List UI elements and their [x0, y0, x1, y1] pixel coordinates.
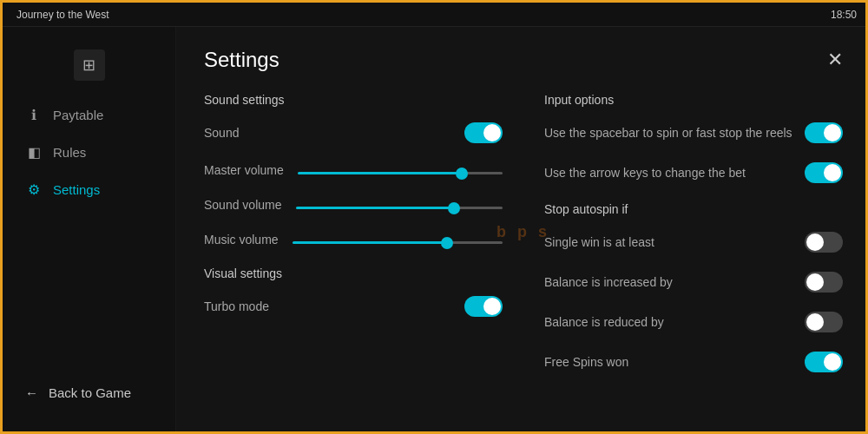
balance-increase-toggle-slider — [805, 272, 843, 293]
spacebar-row: Use the spacebar to spin or fast stop th… — [544, 122, 843, 143]
settings-title: Settings — [204, 48, 279, 72]
single-win-toggle[interactable] — [805, 232, 843, 253]
turbo-mode-label: Turbo mode — [204, 299, 269, 313]
music-volume-label: Music volume — [204, 233, 279, 247]
free-spins-toggle-slider — [805, 352, 843, 372]
master-volume-row: Master volume — [204, 162, 503, 178]
single-win-row: Single win is at least — [544, 232, 843, 253]
sidebar-item-settings[interactable]: ⚙ Settings — [13, 173, 165, 207]
arrow-keys-row: Use the arrow keys to change the bet — [544, 162, 843, 183]
sound-section-title: Sound settings — [204, 93, 503, 107]
sound-volume-container — [296, 197, 503, 213]
music-volume-container — [293, 232, 503, 247]
settings-header: Settings ✕ — [204, 48, 843, 72]
free-spins-row: Free Spins won — [544, 352, 843, 372]
balance-reduce-toggle[interactable] — [805, 312, 843, 332]
sound-toggle-slider — [464, 122, 503, 143]
spacebar-label: Use the spacebar to spin or fast stop th… — [544, 126, 805, 140]
visual-section-title: Visual settings — [204, 266, 503, 280]
sidebar-label-settings: Settings — [53, 182, 100, 197]
app-container: Journey to the West 18:50 ⊞ ℹ Paytable ◧… — [3, 3, 868, 434]
top-bar-time: 18:50 — [831, 9, 857, 21]
left-column: Sound settings Sound Master volume — [204, 93, 503, 391]
turbo-mode-toggle[interactable] — [464, 296, 503, 317]
balance-increase-toggle[interactable] — [805, 272, 843, 293]
gear-icon: ⚙ — [25, 181, 43, 198]
sidebar-label-rules: Rules — [53, 145, 86, 160]
settings-columns: Sound settings Sound Master volume — [204, 93, 843, 391]
sound-label: Sound — [204, 126, 239, 140]
arrow-keys-toggle[interactable] — [805, 162, 843, 183]
free-spins-label: Free Spins won — [544, 355, 628, 369]
arrow-keys-label: Use the arrow keys to change the bet — [544, 166, 805, 180]
free-spins-toggle[interactable] — [805, 352, 843, 372]
spacebar-toggle-slider — [805, 122, 843, 143]
settings-content: Settings ✕ Sound settings Sound — [176, 27, 868, 434]
back-label: Back to Game — [49, 385, 131, 400]
sound-toggle[interactable] — [464, 122, 503, 143]
master-volume-container — [298, 162, 503, 178]
single-win-label: Single win is at least — [544, 235, 654, 249]
arrow-keys-toggle-slider — [805, 162, 843, 183]
info-icon: ℹ — [25, 107, 43, 123]
turbo-mode-toggle-slider — [464, 296, 503, 317]
balance-reduce-label: Balance is reduced by — [544, 315, 664, 329]
balance-increase-label: Balance is increased by — [544, 275, 673, 289]
book-icon: ◧ — [25, 144, 43, 161]
sidebar-logo: ⊞ — [3, 41, 175, 98]
master-volume-slider[interactable] — [298, 172, 503, 174]
right-column: Input options Use the spacebar to spin o… — [544, 93, 843, 391]
music-volume-slider[interactable] — [293, 241, 503, 244]
master-volume-label: Master volume — [204, 163, 284, 177]
back-arrow-icon: ← — [25, 385, 38, 400]
logo-icon[interactable]: ⊞ — [74, 49, 105, 81]
close-button[interactable]: ✕ — [827, 50, 843, 69]
top-bar-title: Journey to the West — [16, 9, 109, 21]
autospin-section-title: Stop autospin if — [544, 202, 843, 216]
spacebar-toggle[interactable] — [805, 122, 843, 143]
sidebar-item-paytable[interactable]: ℹ Paytable — [13, 98, 165, 132]
turbo-mode-row: Turbo mode — [204, 296, 503, 317]
top-bar: Journey to the West 18:50 — [3, 3, 868, 27]
sidebar-label-paytable: Paytable — [53, 108, 103, 122]
sound-row: Sound — [204, 122, 503, 143]
sidebar: ⊞ ℹ Paytable ◧ Rules ⚙ Settings ← — [3, 27, 176, 434]
main-layout: ⊞ ℹ Paytable ◧ Rules ⚙ Settings ← — [3, 27, 868, 434]
music-volume-row: Music volume — [204, 232, 503, 247]
sound-volume-label: Sound volume — [204, 198, 282, 212]
sound-volume-slider[interactable] — [296, 207, 503, 209]
sidebar-bottom: ← Back to Game — [3, 363, 175, 423]
sidebar-item-rules[interactable]: ◧ Rules — [13, 135, 165, 169]
balance-increase-row: Balance is increased by — [544, 272, 843, 293]
balance-reduce-toggle-slider — [805, 312, 843, 332]
single-win-toggle-slider — [805, 232, 843, 253]
back-to-game-button[interactable]: ← Back to Game — [13, 377, 165, 409]
balance-reduce-row: Balance is reduced by — [544, 312, 843, 332]
input-section-title: Input options — [544, 93, 843, 107]
sound-volume-row: Sound volume — [204, 197, 503, 213]
sidebar-nav: ℹ Paytable ◧ Rules ⚙ Settings — [3, 98, 175, 363]
